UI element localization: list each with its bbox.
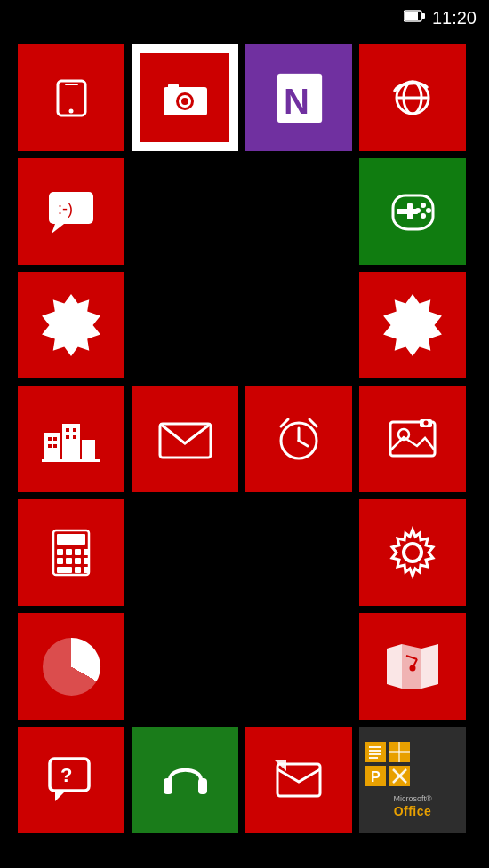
svg-rect-75 xyxy=(365,742,386,762)
svg-rect-2 xyxy=(421,13,425,19)
cortana-tile[interactable] xyxy=(18,272,124,378)
svg-rect-58 xyxy=(57,567,72,573)
svg-rect-52 xyxy=(75,549,81,555)
photos-tile[interactable] xyxy=(359,386,466,492)
svg-point-61 xyxy=(404,544,421,561)
office-logo: P xyxy=(365,741,461,787)
camera-tile[interactable] xyxy=(132,44,238,151)
svg-rect-9 xyxy=(168,84,179,89)
messaging-tile[interactable]: :-) xyxy=(18,158,124,265)
svg-rect-26 xyxy=(44,433,60,459)
svg-text:N: N xyxy=(284,82,309,121)
svg-rect-57 xyxy=(84,558,90,564)
svg-text:?: ? xyxy=(60,764,72,786)
svg-point-22 xyxy=(421,203,426,208)
status-time: 11:20 xyxy=(432,8,477,28)
svg-text::-): :-) xyxy=(58,200,73,218)
realestate-tile[interactable] xyxy=(18,386,124,492)
mail-tile[interactable] xyxy=(132,386,238,492)
settings-tile[interactable] xyxy=(359,499,466,606)
svg-rect-72 xyxy=(198,778,207,794)
svg-marker-62 xyxy=(387,644,402,689)
phone-tile[interactable] xyxy=(18,44,124,151)
cortana2-tile[interactable] xyxy=(359,272,466,378)
svg-line-41 xyxy=(299,441,308,446)
svg-rect-29 xyxy=(48,437,52,441)
svg-rect-55 xyxy=(66,558,72,564)
tile-grid: N :-) xyxy=(18,44,471,833)
svg-rect-36 xyxy=(73,435,76,439)
svg-rect-30 xyxy=(53,437,57,441)
svg-line-43 xyxy=(309,419,317,426)
empty-tile-3f xyxy=(245,613,352,720)
xbox-tile[interactable] xyxy=(359,158,466,265)
svg-rect-34 xyxy=(73,428,76,432)
wallet-tile[interactable] xyxy=(245,727,352,833)
empty-tile-2e xyxy=(132,499,238,606)
empty-tile-3b xyxy=(245,158,352,265)
svg-rect-76 xyxy=(369,746,381,748)
empty-tile-2f xyxy=(132,613,238,720)
svg-rect-51 xyxy=(66,549,72,555)
svg-point-47 xyxy=(424,420,429,425)
battery-icon xyxy=(404,9,425,27)
empty-tile-2b xyxy=(132,158,238,265)
status-bar: 11:20 xyxy=(0,0,489,36)
svg-text:P: P xyxy=(371,769,381,784)
svg-rect-32 xyxy=(53,444,57,448)
svg-rect-49 xyxy=(57,534,85,545)
svg-rect-4 xyxy=(65,84,78,85)
svg-rect-1 xyxy=(405,12,418,20)
office-tile-inner: P Microsoft® Office xyxy=(365,741,461,819)
svg-rect-50 xyxy=(57,549,63,555)
svg-point-67 xyxy=(410,665,416,672)
svg-marker-17 xyxy=(52,224,64,234)
svg-rect-71 xyxy=(164,778,172,794)
ie-tile[interactable] xyxy=(359,44,466,151)
svg-rect-28 xyxy=(82,440,95,459)
svg-point-8 xyxy=(181,98,188,105)
svg-rect-56 xyxy=(75,558,81,564)
pie-chart xyxy=(43,638,100,696)
onenote-tile[interactable]: N xyxy=(245,44,352,151)
svg-rect-31 xyxy=(48,444,52,448)
svg-point-25 xyxy=(415,208,421,213)
office-label: Office xyxy=(393,804,431,819)
svg-rect-53 xyxy=(84,549,90,555)
svg-rect-54 xyxy=(57,558,63,564)
svg-rect-77 xyxy=(369,750,381,752)
alarm-tile[interactable] xyxy=(245,386,352,492)
svg-point-3 xyxy=(68,108,73,113)
office-microsoft-label: Microsoft® xyxy=(393,794,431,804)
svg-rect-33 xyxy=(66,428,69,432)
office-tile[interactable]: P Microsoft® Office xyxy=(359,727,466,833)
svg-marker-64 xyxy=(421,644,438,689)
svg-rect-37 xyxy=(42,459,100,462)
music-tile[interactable] xyxy=(132,727,238,833)
calculator-tile[interactable] xyxy=(18,499,124,606)
svg-line-42 xyxy=(281,419,288,426)
maps-tile[interactable] xyxy=(359,613,466,720)
finance-tile[interactable] xyxy=(18,613,124,720)
svg-rect-35 xyxy=(66,435,69,439)
help-tile[interactable]: ? xyxy=(18,727,124,833)
svg-rect-79 xyxy=(369,757,378,759)
empty-tile-3e xyxy=(245,499,352,606)
svg-marker-69 xyxy=(55,791,66,801)
svg-point-24 xyxy=(421,213,426,219)
svg-rect-27 xyxy=(62,424,80,459)
svg-rect-78 xyxy=(369,753,381,755)
empty-tile-3c xyxy=(245,272,352,378)
svg-rect-60 xyxy=(84,567,90,573)
empty-tile-2c xyxy=(132,272,238,378)
svg-point-23 xyxy=(426,208,431,213)
svg-rect-59 xyxy=(75,567,81,573)
